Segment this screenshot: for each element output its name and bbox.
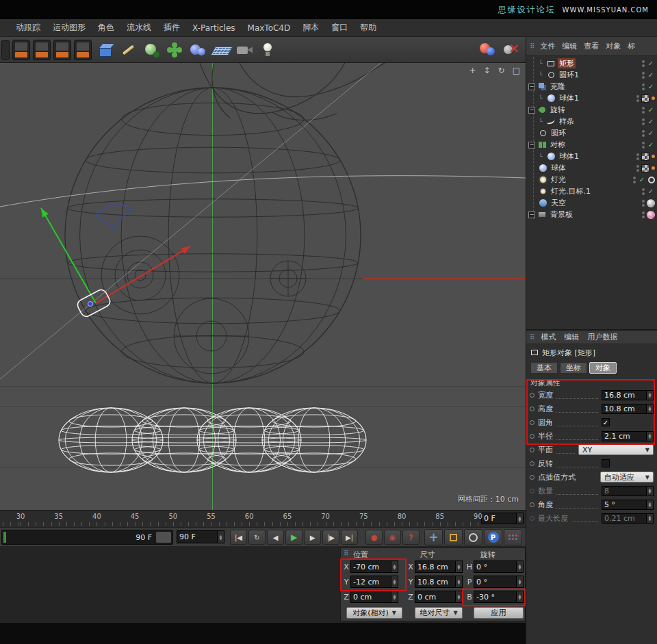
visibility-dots[interactable] (633, 177, 636, 183)
value-input[interactable]: 0.21 cm (602, 513, 647, 524)
menu-item[interactable]: 流水线 (120, 22, 157, 34)
visibility-dots[interactable] (642, 83, 645, 90)
value-input[interactable]: 16.8 cm (602, 390, 647, 400)
enabled-check-icon[interactable]: ✓ (647, 71, 655, 79)
jump-end-button[interactable]: ▶| (341, 530, 358, 545)
film-strip-3-icon[interactable] (53, 40, 71, 60)
enabled-check-icon[interactable]: ✓ (647, 118, 655, 125)
checker-chip[interactable] (641, 94, 649, 103)
play-button[interactable]: ▶ (285, 530, 302, 545)
visibility-dots[interactable] (642, 107, 645, 114)
prev-frame-button[interactable]: ◀ (267, 530, 284, 545)
object-row[interactable]: 球体 (526, 162, 657, 174)
om-menu-item[interactable]: 对象 (602, 41, 624, 51)
enabled-check-icon[interactable]: ✓ (647, 141, 655, 149)
film-strip-2-icon[interactable] (33, 40, 51, 60)
stepper[interactable] (517, 576, 524, 588)
ball-white-chip[interactable] (647, 199, 655, 207)
stepper[interactable] (647, 431, 654, 441)
enabled-check-icon[interactable]: ✓ (647, 106, 655, 114)
visibility-dots[interactable] (642, 188, 645, 195)
pen-spline-icon[interactable] (118, 40, 138, 60)
checker-chip[interactable] (641, 164, 649, 172)
film-strip-1-icon[interactable] (12, 40, 30, 60)
checkbox[interactable]: ✓ (602, 418, 610, 426)
enabled-check-icon[interactable]: ✓ (647, 83, 655, 90)
visibility-dots[interactable] (642, 200, 645, 207)
loop-play-button[interactable]: ↻ (248, 530, 266, 545)
size-y-input[interactable]: 10.8 cm (415, 576, 456, 588)
camera-icon[interactable] (234, 40, 255, 60)
tab-active[interactable]: 对象 (589, 362, 617, 374)
apply-button[interactable]: 应用 (474, 607, 524, 619)
stepper[interactable] (647, 513, 654, 524)
visibility-dots[interactable] (636, 165, 639, 172)
keyframe-dot-icon[interactable] (530, 461, 534, 466)
render-view-icon[interactable] (478, 40, 498, 60)
stepper[interactable] (391, 591, 398, 603)
expander-icon[interactable]: − (528, 83, 535, 90)
timeline-ruler[interactable]: 0 F 30354045505560657075808590 (0, 510, 526, 527)
visibility-dots[interactable] (642, 118, 645, 125)
checkbox[interactable] (602, 459, 610, 467)
attr-menu-item[interactable]: 用户数据 (583, 332, 621, 342)
ball-pink-chip[interactable] (647, 211, 655, 219)
value-input[interactable]: 8 (602, 486, 647, 496)
expander-icon[interactable]: − (528, 142, 535, 149)
keyframe-dot-icon[interactable] (530, 448, 534, 452)
stepper[interactable] (647, 500, 654, 510)
size-z-input[interactable]: 0 cm (415, 591, 456, 603)
scale-tool-button[interactable] (444, 529, 463, 545)
object-row[interactable]: −对称✓ (526, 139, 657, 151)
stepper[interactable] (517, 561, 524, 573)
object-row[interactable]: 圆环✓ (526, 127, 657, 139)
enabled-check-icon[interactable]: ✓ (638, 176, 646, 183)
film-strip-4-icon[interactable] (74, 40, 92, 60)
move-tool-button[interactable]: + (424, 529, 443, 545)
stepper[interactable] (456, 591, 463, 603)
visibility-dots[interactable] (642, 130, 645, 137)
pan-view-icon[interactable]: + (469, 66, 476, 75)
object-row[interactable]: └矩形✓ (526, 57, 657, 69)
om-menu-item[interactable]: 编辑 (558, 41, 580, 51)
keyframe-dot-icon[interactable] (530, 516, 534, 521)
visibility-dots[interactable] (636, 153, 639, 160)
stepper[interactable] (456, 576, 463, 588)
om-menu-item[interactable]: 文件 (537, 41, 558, 51)
stepper[interactable] (517, 513, 524, 524)
tab-inactive[interactable]: 坐标 (560, 362, 587, 374)
menu-item[interactable]: X-Particles (186, 23, 242, 33)
expander-icon[interactable]: − (528, 211, 535, 218)
object-row[interactable]: −克隆✓ (526, 81, 657, 92)
jump-start-button[interactable]: |◀ (230, 530, 247, 545)
stepper[interactable] (391, 561, 398, 573)
object-row[interactable]: └圆环1✓ (526, 69, 657, 81)
next-key-button[interactable]: |▶ (322, 530, 339, 545)
menu-item[interactable]: 帮助 (354, 22, 383, 34)
visibility-dots[interactable] (642, 211, 645, 218)
parent-coords-button[interactable]: P (484, 529, 502, 545)
object-row[interactable]: └球体1 (526, 151, 657, 162)
menu-item[interactable]: 角色 (92, 22, 120, 34)
current-frame-input[interactable]: 90 F (177, 530, 218, 543)
stepper[interactable] (517, 591, 524, 603)
light-icon[interactable] (257, 40, 278, 60)
stepper[interactable] (456, 561, 463, 573)
enabled-check-icon[interactable]: ✓ (647, 129, 655, 137)
stepper[interactable] (218, 530, 224, 543)
keyframe-dot-icon[interactable] (530, 434, 534, 439)
size-x-input[interactable]: 16.8 cm (415, 561, 456, 573)
key-help-button[interactable]: ? (402, 530, 420, 545)
cube-primitive-icon[interactable] (94, 40, 115, 60)
dropdown[interactable]: 自动适应▼ (600, 472, 654, 482)
om-menu-item[interactable]: 查看 (580, 41, 602, 51)
partial-icon[interactable] (1, 40, 10, 60)
tab-inactive[interactable]: 基本 (530, 362, 558, 374)
keyframe-dot-icon[interactable] (530, 407, 534, 411)
next-frame-button[interactable]: ▶ (304, 530, 321, 545)
menu-item[interactable]: 运动图形 (47, 22, 92, 34)
coords-mode-dropdown[interactable]: 对象(相对)▼ (346, 607, 402, 619)
menu-item[interactable]: 插件 (157, 22, 186, 34)
value-input[interactable]: 2.1 cm (602, 431, 647, 441)
enabled-check-icon[interactable]: ✓ (647, 188, 655, 195)
